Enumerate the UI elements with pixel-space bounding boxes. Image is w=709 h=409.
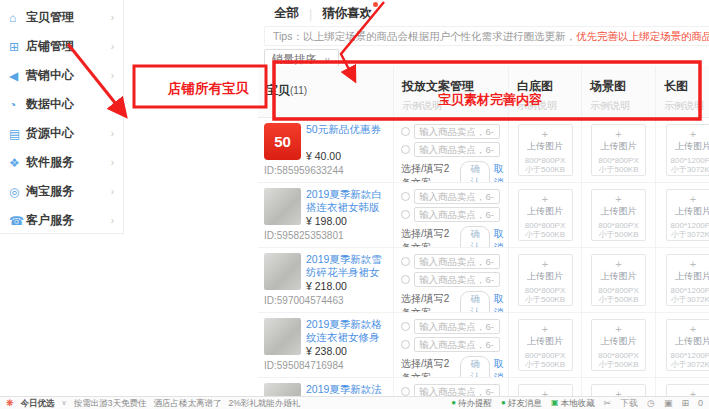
cancel-link[interactable]: 取消: [494, 357, 508, 377]
sidebar-item[interactable]: ☎ 客户服务 ›: [0, 206, 123, 235]
taskbar-tool-icon[interactable]: ▣: [664, 397, 673, 409]
sidebar-item[interactable]: ⊞ 店铺管理 ›: [0, 32, 123, 61]
green-dot-icon: ●: [451, 397, 456, 409]
sidebar-item[interactable]: ▤ 货源中心 ›: [0, 119, 123, 148]
product-id: ID:585959633244: [264, 165, 389, 176]
plus-icon: +: [519, 129, 572, 139]
confirm-button[interactable]: 确认: [460, 291, 489, 312]
sidebar-item[interactable]: ⌂ 宝贝管理 ›: [0, 3, 123, 32]
column-example-link[interactable]: 示例说明: [402, 99, 500, 113]
confirm-button[interactable]: 确认: [460, 226, 489, 247]
megaphone-icon: ◀: [9, 69, 26, 83]
upload-spec: 800*800PX小于500KB: [519, 221, 572, 239]
upload-image-button[interactable]: + 上传图片 800*800PX小于500KB: [518, 319, 573, 371]
product-title-link[interactable]: 2019夏季新款白搭连衣裙女韩版短袖T恤中长款: [306, 188, 389, 213]
copy-checkbox-1[interactable]: [401, 322, 410, 331]
browser-bottom-bar: ❋ 今日优选 ∨ 按需出游3天免费住酒店占楼太离谱了2%彩礼就能办婚礼 ●待办提…: [0, 396, 709, 409]
sidebar-item[interactable]: ◀ 营销中心 ›: [0, 61, 123, 90]
copy-checkbox-1[interactable]: [401, 257, 410, 266]
cancel-link[interactable]: 取消: [494, 292, 508, 312]
product-thumbnail[interactable]: [264, 318, 301, 355]
copy-input-2[interactable]: [414, 142, 500, 157]
upload-image-button[interactable]: + 上传图片 800*1200PX小于3072KB: [666, 319, 709, 371]
sidebar-item[interactable]: ◔ 数据中心 ›: [0, 90, 123, 119]
chevron-right-icon: ›: [111, 41, 114, 52]
sidebar-item-label: 货源中心: [26, 125, 74, 142]
product-thumbnail[interactable]: 50: [264, 123, 301, 160]
product-cell: 2019夏季新款格纹连衣裙女修身显瘦小众网红 ¥ 238.00 ID:59508…: [258, 313, 394, 377]
upload-image-button[interactable]: + 上传图片 800*1200PX小于3072KB: [666, 189, 709, 241]
copy-checkbox-2[interactable]: [401, 210, 410, 219]
taskbar-tool-icon[interactable]: 下载: [620, 397, 638, 409]
copy-input-2[interactable]: [414, 337, 500, 352]
copy-input-1[interactable]: [414, 124, 500, 139]
copy-checkbox-1[interactable]: [401, 192, 410, 201]
plus-icon: +: [592, 194, 645, 204]
column-example-link[interactable]: 示例说明: [517, 99, 573, 113]
ticker-headline-link[interactable]: 按需出游3天免费住: [74, 398, 147, 408]
cancel-link[interactable]: 取消: [494, 162, 508, 182]
product-title-link[interactable]: 2019夏季新款雪纺碎花半身裙女中长款韩版百搭: [306, 253, 389, 278]
taskbar-status-item[interactable]: ●待办提醒: [451, 397, 492, 409]
copy-input-1[interactable]: [414, 319, 500, 334]
product-thumbnail[interactable]: [264, 253, 301, 290]
product-price: ¥ 198.00: [306, 215, 389, 227]
ticker-title[interactable]: 今日优选: [21, 397, 55, 409]
plus-icon: +: [667, 129, 709, 139]
upload-image-button[interactable]: + 上传图片 800*800PX小于500KB: [518, 189, 573, 241]
column-header: 白底图 示例说明: [509, 66, 582, 117]
plus-icon: +: [592, 324, 645, 334]
column-header: 场景图 示例说明: [582, 66, 656, 117]
sidebar-item-label: 淘宝服务: [26, 183, 74, 200]
copy-checkbox-2[interactable]: [401, 145, 410, 154]
plus-icon: +: [667, 194, 709, 204]
upload-spec: 800*800PX小于500KB: [592, 351, 645, 369]
upload-image-button[interactable]: + 上传图片 800*800PX小于500KB: [591, 124, 646, 176]
taskbar-tool-icon[interactable]: 0: [698, 397, 703, 409]
taskbar-tool-icon[interactable]: ⊞: [681, 397, 689, 409]
upload-label: 上传图片: [519, 335, 572, 348]
column-example-link[interactable]: 示例说明: [590, 99, 647, 113]
upload-image-button[interactable]: + 上传图片 800*800PX小于500KB: [518, 254, 573, 306]
sidebar-item[interactable]: ◎ 淘宝服务 ›: [0, 177, 123, 206]
upload-image-button[interactable]: + 上传图片 800*800PX小于500KB: [518, 124, 573, 176]
upload-image-button[interactable]: + 上传图片 800*800PX小于500KB: [591, 319, 646, 371]
tab-guess-you-like[interactable]: 猜你喜欢: [322, 5, 372, 22]
copy-input-1[interactable]: [414, 254, 500, 269]
product-id: ID:595825353801: [264, 230, 389, 241]
sidebar: ⌂ 宝贝管理 ›⊞ 店铺管理 ›◀ 营销中心 ›◔ 数据中心 ›▤ 货源中心 ›…: [0, 0, 124, 234]
product-thumbnail[interactable]: [264, 188, 301, 225]
upload-image-button[interactable]: + 上传图片 800*1200PX小于3072KB: [666, 124, 709, 176]
tab-all[interactable]: 全部: [274, 5, 299, 22]
copywriting-cell: 选择/填写2条文案 确认 取消: [394, 118, 509, 182]
copy-checkbox-1[interactable]: [401, 387, 410, 396]
upload-image-button[interactable]: + 上传图片 800*800PX小于500KB: [591, 189, 646, 241]
sidebar-item-label: 宝贝管理: [26, 9, 74, 26]
upload-image-button[interactable]: + 上传图片 800*800PX小于500KB: [591, 254, 646, 306]
chevron-down-icon[interactable]: ∨: [62, 397, 67, 409]
product-title-link[interactable]: 50元新品优惠券: [306, 123, 381, 148]
ticker-headline-link[interactable]: 酒店占楼太离谱了: [153, 398, 221, 408]
copy-checkbox-2[interactable]: [401, 340, 410, 349]
copy-input-1[interactable]: [414, 189, 500, 204]
product-title-link[interactable]: 2019夏季新款格纹连衣裙女修身显瘦小众网红: [306, 318, 389, 343]
taskbar-tool-icon[interactable]: ◷: [647, 397, 655, 409]
confirm-button[interactable]: 确认: [460, 161, 489, 182]
taskbar-status-item[interactable]: ●好友消息: [501, 397, 542, 409]
sidebar-item[interactable]: ❖ 软件服务 ›: [0, 148, 123, 177]
copy-input-2[interactable]: [414, 207, 500, 222]
upload-spec: 800*1200PX小于3072KB: [667, 156, 709, 174]
green-square-icon: ▣: [551, 397, 559, 409]
cancel-link[interactable]: 取消: [494, 227, 508, 247]
copy-checkbox-2[interactable]: [401, 275, 410, 284]
sidebar-item-label: 数据中心: [26, 96, 74, 113]
ticker-headline-link[interactable]: 2%彩礼就能办婚礼: [228, 398, 300, 408]
copy-checkbox-1[interactable]: [401, 127, 410, 136]
upload-image-button[interactable]: + 上传图片 800*1200PX小于3072KB: [666, 254, 709, 306]
confirm-button[interactable]: 确认: [460, 356, 489, 377]
column-example-link[interactable]: 示例说明: [664, 99, 709, 113]
copy-input-2[interactable]: [414, 272, 500, 287]
upload-label: 上传图片: [667, 205, 709, 218]
taskbar-status-item[interactable]: ▣本地收藏: [551, 397, 595, 409]
taskbar-tool-icon[interactable]: ✂: [604, 397, 612, 409]
